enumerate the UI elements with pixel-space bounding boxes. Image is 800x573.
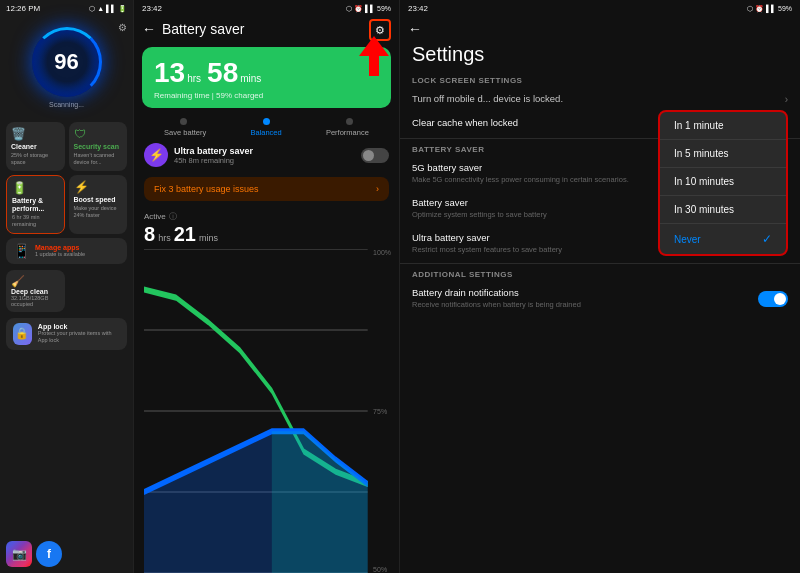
scanning-text: Scanning... <box>49 101 84 108</box>
fix-issues-button[interactable]: Fix 3 battery usage issues › <box>144 177 389 201</box>
panel3-header: ← <box>400 17 800 43</box>
lock-screen-section-label: LOCK SCREEN SETTINGS <box>400 72 800 87</box>
dropdown-label-1min: In 1 minute <box>674 120 723 131</box>
mode-dot-save <box>180 118 187 125</box>
signal3-icon: ▌▌ <box>766 5 776 12</box>
deep-clean-tile[interactable]: 🧹 Deep clean 32.1GB/128GB occupied <box>6 270 65 312</box>
deep-clean-icon: 🧹 <box>11 275 60 288</box>
alarm3-icon: ⏰ <box>755 5 764 13</box>
active-label: Active ⓘ <box>144 211 389 222</box>
red-arrow-annotation <box>359 36 389 80</box>
battery3-percent: 59% <box>778 5 792 12</box>
check-mark-icon: ✓ <box>762 232 772 246</box>
bt2-icon: ⬡ <box>346 5 352 13</box>
back-arrow[interactable]: ← <box>142 21 156 37</box>
manage-apps-info: Manage apps 1 update is available <box>35 244 85 257</box>
mode-selector-area: Save battery Balanced Performance <box>134 112 399 137</box>
battery-hrs-label: hrs <box>187 73 201 84</box>
active-time-display: 8 hrs 21 mins <box>144 222 389 247</box>
lock-screen-item-1[interactable]: Turn off mobile d... device is locked. › <box>400 87 800 111</box>
battery-hours: 13 <box>154 57 185 89</box>
panel3-time: 23:42 <box>408 4 428 13</box>
security-icon: 🛡 <box>74 127 123 141</box>
battery-drain-item[interactable]: Battery drain notifications Receive noti… <box>400 281 800 316</box>
divider-2 <box>400 263 800 264</box>
toggle-knob <box>363 150 374 161</box>
ultra-saver-toggle[interactable] <box>361 148 389 163</box>
manage-apps-icon: 📱 <box>13 243 30 259</box>
battery-time-display: 13 hrs 58 mins <box>154 57 379 89</box>
panel3-status-icons: ⬡ ⏰ ▌▌ 59% <box>747 5 792 13</box>
active-mins: 21 <box>174 223 196 246</box>
score-circle-area: 96 Scanning... <box>0 27 133 108</box>
dropdown-item-30min[interactable]: In 30 minutes <box>660 196 786 224</box>
battery-mins-label: mins <box>240 73 261 84</box>
mode-label-save[interactable]: Save battery <box>164 128 206 137</box>
security-subtitle: Haven't scanned device for... <box>74 152 123 165</box>
panel3-title-area: Settings <box>400 43 800 72</box>
fix-issues-text: Fix 3 battery usage issues <box>154 184 259 194</box>
dropdown-label-never: Never <box>674 234 701 245</box>
security-title: Security scan <box>74 143 123 151</box>
boost-title: Boost speed <box>74 196 123 204</box>
battery-title: Battery & perform... <box>12 197 59 214</box>
drain-toggle-knob <box>774 293 786 305</box>
dropdown-item-5min[interactable]: In 5 minutes <box>660 140 786 168</box>
panel2-status-bar: 23:42 ⬡ ⏰ ▌▌ 59% <box>134 0 399 17</box>
panel2-time: 23:42 <box>142 4 162 13</box>
cleaner-subtitle: 25% of storage space <box>11 152 60 165</box>
cleaner-title: Cleaner <box>11 143 60 151</box>
cleaner-tile[interactable]: 🗑️ Cleaner 25% of storage space <box>6 122 65 171</box>
ultra-saver-title: Ultra battery saver <box>174 146 355 156</box>
manage-apps-tile[interactable]: 📱 Manage apps 1 update is available <box>6 238 127 264</box>
panel1-time: 12:26 PM <box>6 4 40 13</box>
battery-tile[interactable]: 🔋 Battery & perform... 6 hr 39 min remai… <box>6 175 65 234</box>
manage-apps-title: Manage apps <box>35 244 85 251</box>
panel3-status-bar: 23:42 ⬡ ⏰ ▌▌ 59% <box>400 0 800 17</box>
panel-home: 12:26 PM ⬡ ▲ ▌▌ 🔋 96 Scanning... ⚙ 🗑️ Cl… <box>0 0 133 573</box>
facebook-icon: f <box>36 541 62 567</box>
battery-drain-subtitle: Receive notifications when battery is be… <box>412 300 758 310</box>
bluetooth-icon: ⬡ <box>89 5 95 13</box>
boost-tile[interactable]: ⚡ Boost speed Make your device 24% faste… <box>69 175 128 234</box>
lock-screen-text-1: Turn off mobile d... device is locked. <box>412 93 785 105</box>
panel3-back-arrow[interactable]: ← <box>408 21 422 37</box>
security-tile[interactable]: 🛡 Security scan Haven't scanned device f… <box>69 122 128 171</box>
app-lock-tile[interactable]: 🔒 App lock Protect your private items wi… <box>6 318 127 350</box>
info-icon: ⓘ <box>169 211 177 222</box>
dropdown-item-10min[interactable]: In 10 minutes <box>660 168 786 196</box>
mode-dot-performance <box>346 118 353 125</box>
active-mins-label: mins <box>199 233 218 243</box>
mode-label-performance[interactable]: Performance <box>326 128 369 137</box>
cleaner-icon: 🗑️ <box>11 127 60 141</box>
battery-drain-info: Battery drain notifications Receive noti… <box>412 287 758 310</box>
battery-time-card: 13 hrs 58 mins Remaining time | 59% char… <box>142 47 391 108</box>
mode-label-balanced[interactable]: Balanced <box>250 128 281 137</box>
gear-icon[interactable]: ⚙ <box>118 22 127 33</box>
app-lock-icon: 🔒 <box>13 323 32 345</box>
chart-50: 50% <box>373 566 391 573</box>
bt3-icon: ⬡ <box>747 5 753 13</box>
svg-marker-7 <box>272 431 368 573</box>
panel-settings: 23:42 ⬡ ⏰ ▌▌ 59% ← Settings LOCK SCREEN … <box>400 0 800 573</box>
chart-100: 100% <box>373 249 391 256</box>
active-hrs-label: hrs <box>158 233 171 243</box>
lock-screen-chevron-1: › <box>785 94 788 105</box>
dropdown-label-10min: In 10 minutes <box>674 176 734 187</box>
boost-subtitle: Make your device 24% faster <box>74 205 123 218</box>
battery-drain-toggle[interactable] <box>758 291 788 307</box>
battery-icon: 🔋 <box>118 5 127 13</box>
chart-svg <box>144 249 389 573</box>
chart-75: 75% <box>373 408 391 415</box>
alarm2-icon: ⏰ <box>354 5 363 13</box>
lightning-icon: ⚡ <box>144 143 168 167</box>
chart-y-labels: 100% 75% 50% <box>373 249 391 573</box>
dropdown-item-never[interactable]: Never ✓ <box>660 224 786 254</box>
dropdown-item-1min[interactable]: In 1 minute <box>660 112 786 140</box>
app-lock-title: App lock <box>38 323 120 330</box>
app-grid: 🗑️ Cleaner 25% of storage space 🛡 Securi… <box>0 116 133 270</box>
fix-issues-chevron: › <box>376 184 379 194</box>
manage-apps-subtitle: 1 update is available <box>35 251 85 257</box>
dropdown-label-5min: In 5 minutes <box>674 148 728 159</box>
dropdown-label-30min: In 30 minutes <box>674 204 734 215</box>
